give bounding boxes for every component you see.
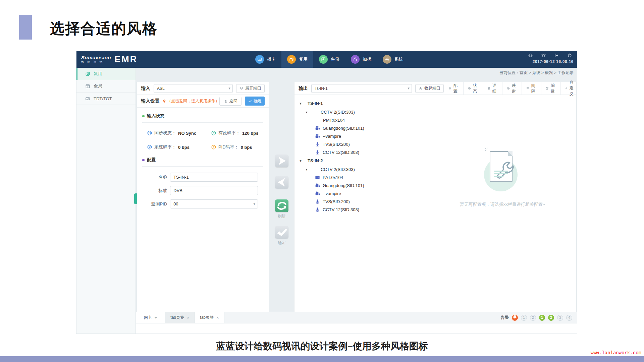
move-left-button[interactable] (275, 176, 288, 189)
close-tab-icon[interactable]: × (187, 315, 190, 320)
mic-icon (315, 199, 320, 204)
copy-icon (85, 71, 90, 76)
tree-node[interactable]: ▾TS-IN-1 (294, 99, 428, 108)
nav-label: 备份 (331, 56, 339, 62)
detail-icon (487, 86, 490, 90)
toolbar-button-配置[interactable]: 配置 (444, 82, 463, 95)
output-panel: 输出 Ts-IN-1▾ 收起端口 配置状态详细映射间隔编辑自定义 ▾TS-IN-… (294, 82, 576, 312)
alarm-area: 告警 121234 (501, 312, 577, 323)
toolbar-button-编辑[interactable]: 编辑 (541, 82, 560, 95)
tree-node[interactable]: CCTV 12(SID:303) (294, 148, 428, 156)
caret-down-icon[interactable]: ▾ (305, 168, 308, 171)
gear-icon (448, 86, 451, 90)
input-settings-title: 输入设置 (141, 98, 160, 104)
toolbar-button-详细[interactable]: 详细 (483, 82, 502, 95)
camera-icon (315, 126, 320, 131)
toolbar-button-状态[interactable]: 状态 (463, 82, 483, 95)
tree-node[interactable]: --vampire (294, 132, 428, 140)
caret-down-icon[interactable]: ▾ (305, 110, 308, 114)
status-icon (468, 86, 471, 90)
tree-node[interactable]: Guangdong(SID:101) (294, 181, 428, 189)
toolbar-button-间隔[interactable]: 间隔 (522, 82, 541, 95)
tree-node[interactable]: ▾CCTV 2(SID:303) (294, 165, 428, 173)
nav-label: 加扰 (363, 56, 371, 62)
camera-icon (315, 183, 320, 188)
status-indicator-green[interactable]: 2 (548, 315, 554, 321)
logout-icon[interactable] (554, 53, 559, 58)
refresh-button[interactable] (275, 199, 288, 212)
bottom-tab-1[interactable]: 网卡+ (136, 312, 165, 323)
status-item: 同步状态：NO Sync (147, 130, 211, 136)
home-icon[interactable] (528, 53, 533, 58)
empty-config-pane: 暂无可配置项，请选择xx栏目进行相关配置~ (429, 95, 576, 312)
confirm-button[interactable]: 确定 (245, 97, 265, 106)
tree-node[interactable]: TVS(SID:200) (294, 197, 428, 205)
bottom-tab-3[interactable]: tab页签× (195, 312, 224, 323)
toolbar-button-自定义[interactable]: 自定义 (560, 82, 580, 95)
input-field[interactable]: TS-IN-1 (170, 173, 258, 182)
tree-node[interactable]: --vampire (294, 189, 428, 197)
status-indicator-gray[interactable]: 4 (566, 315, 572, 321)
nav-item-3[interactable]: 备份 (313, 51, 345, 68)
nav-item-5[interactable]: 系统 (377, 51, 409, 68)
alarm-label: 告警 (501, 315, 509, 320)
status-indicator-gray[interactable]: 1 (521, 315, 527, 321)
status-indicator-gray[interactable]: 2 (530, 315, 536, 321)
select-field[interactable]: 00▾ (170, 199, 258, 208)
tree-node[interactable]: TVS(SID:200) (294, 140, 428, 148)
sidebar-item-1[interactable]: 复用 (76, 68, 136, 80)
tree-node[interactable]: PMT:0x104 (294, 116, 428, 124)
brand-name: Sumavision (81, 55, 111, 61)
footer-bar (0, 356, 644, 362)
status-item: 有效码率：120 bps (211, 130, 261, 136)
tree-node[interactable]: TVPAT:0x104 (294, 173, 428, 181)
transfer-column: 刷新 确定 (269, 82, 294, 312)
nav-item-2[interactable]: 复用 (281, 51, 313, 68)
apply-button[interactable] (275, 226, 288, 239)
status-item: PID码率：0 bps (211, 144, 261, 150)
map-icon (507, 86, 510, 90)
power-icon[interactable] (567, 53, 572, 58)
collapse-ports-button[interactable]: 收起端口 (415, 84, 444, 93)
status-indicator-green[interactable]: 1 (539, 315, 545, 321)
input-port-select[interactable]: ASL▾ (154, 84, 233, 93)
chevron-down-icon: ▾ (228, 86, 230, 90)
expand-ports-button[interactable]: 展开端口 (236, 84, 265, 93)
mic-icon (315, 150, 320, 155)
bottom-tab-2[interactable]: tab页签× (165, 312, 195, 323)
nav-label: 板卡 (267, 56, 276, 62)
empty-illustration (479, 145, 526, 192)
add-tab-icon[interactable]: + (155, 315, 157, 320)
move-right-button[interactable] (275, 155, 288, 167)
back-button[interactable]: 返回 (219, 97, 241, 106)
sidebar-item-2[interactable]: 全局 (76, 80, 136, 93)
refresh-icon (275, 199, 288, 213)
tree-node[interactable]: ▾CCTV 2(SID:303) (294, 108, 428, 116)
caret-down-icon[interactable]: ▾ (299, 159, 302, 163)
sidebar-item-3[interactable]: TDT/TOT (76, 93, 136, 105)
slide-caption: 蓝蓝设计给数码视讯的设计案例–使用多种风格图标 (0, 340, 644, 353)
title-accent-block (19, 15, 32, 40)
check-icon (248, 99, 252, 103)
panel-collapse-handle[interactable] (134, 193, 137, 204)
stream-tree: ▾TS-IN-1▾CCTV 2(SID:303)PMT:0x104Guangdo… (294, 95, 428, 312)
output-port-select[interactable]: Ts-IN-1▾ (311, 84, 412, 93)
caret-down-icon[interactable]: ▾ (299, 102, 302, 105)
input-field[interactable]: DVB (170, 186, 258, 195)
close-tab-icon[interactable]: × (216, 315, 219, 320)
input-status-section: 输入状态 同步状态：NO Sync有效码率：120 bps系统码率：0 bpsP… (137, 108, 269, 152)
toolbar-button-映射[interactable]: 映射 (502, 82, 522, 95)
alarm-bell-icon[interactable] (512, 315, 518, 321)
svg-text:TV: TV (316, 176, 319, 178)
main-nav: 板卡复用备份加扰系统 (250, 51, 409, 68)
section-bullet (142, 159, 145, 161)
tree-node[interactable]: CCTV 12(SID:303) (294, 205, 428, 214)
theme-skin-icon[interactable] (541, 53, 546, 58)
tree-node[interactable]: ▾TS-IN-2 (294, 156, 428, 165)
nav-item-1[interactable]: 板卡 (250, 51, 281, 68)
status-indicator-gray[interactable]: 3 (557, 315, 563, 321)
mic-icon (315, 207, 320, 212)
rate-down-icon (211, 130, 216, 136)
nav-item-4[interactable]: 加扰 (345, 51, 377, 68)
tree-node[interactable]: Guangdong(SID:101) (294, 124, 428, 132)
